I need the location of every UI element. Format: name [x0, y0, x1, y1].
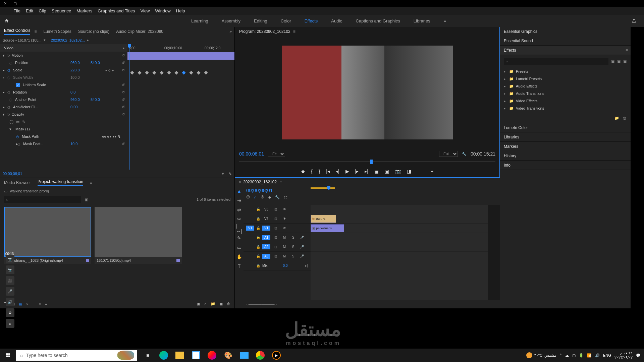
stopwatch-icon[interactable]: ◷ [9, 61, 12, 65]
track-name[interactable]: V3 [262, 207, 270, 212]
mute-toggle[interactable]: M [281, 245, 288, 249]
reset-icon[interactable]: ↺ [122, 98, 125, 102]
sync-lock-icon[interactable]: ⊡ [272, 236, 279, 239]
solo-toggle[interactable]: S [290, 245, 297, 249]
program-title[interactable]: Program: 20230902_162102 [239, 29, 290, 34]
panel-menu-icon[interactable]: ≡ [90, 180, 92, 185]
effects-folder-audio-transitions[interactable]: ▸📁Audio Transitions [504, 90, 627, 97]
reset-icon[interactable]: ↺ [122, 61, 125, 65]
mark-out-button[interactable]: } [319, 169, 320, 174]
clip-pedestrians[interactable]: ▣ pedestrians [311, 224, 344, 232]
lock-icon[interactable]: 🔒 [256, 236, 260, 239]
eye-icon[interactable]: 👁 [281, 207, 288, 211]
auto-match-icon[interactable]: ▣ [197, 302, 200, 306]
tab-lumetri-scopes[interactable]: Lumetri Scopes [44, 29, 71, 34]
home-button[interactable] [0, 18, 13, 23]
sort-icon[interactable]: ≡ [45, 302, 47, 306]
export-button[interactable] [624, 18, 644, 23]
track-header-v3[interactable]: 🔒 V3 ⊡ 👁 [244, 205, 311, 214]
stopwatch-icon[interactable]: ◷ [9, 98, 12, 102]
reset-icon[interactable]: ↺ [122, 53, 125, 58]
panel-lumetri-color[interactable]: Lumetri Color [500, 123, 631, 132]
video-section[interactable]: Video ▴ [0, 44, 127, 52]
mail-app[interactable] [237, 349, 252, 362]
mic-icon[interactable]: 🎤 [6, 287, 14, 296]
panel-info[interactable]: Info [500, 161, 631, 170]
voice-over-icon[interactable]: 🎤 [299, 254, 305, 258]
add-marker-button[interactable]: ◆ [301, 169, 305, 174]
taskbar-search[interactable]: ⌕ Type here to search [16, 350, 137, 361]
menu-graphics[interactable]: Graphics and Titles [98, 8, 135, 13]
menu-sequence[interactable]: Sequence [52, 8, 71, 13]
ellipse-mask-icon[interactable]: ◯ [9, 120, 13, 124]
firefox-app[interactable] [205, 349, 219, 362]
workspace-assembly[interactable]: Assembly [222, 18, 240, 23]
workspace-libraries[interactable]: Libraries [414, 18, 430, 23]
label-color[interactable] [176, 259, 180, 262]
new-item-icon[interactable]: ▣ [219, 302, 223, 306]
search-icon[interactable]: ⌕ [6, 319, 14, 328]
label-color[interactable] [86, 259, 89, 262]
workspace-overflow[interactable]: » [444, 18, 446, 23]
file-explorer-app[interactable] [172, 349, 187, 362]
panel-history[interactable]: History [500, 151, 631, 161]
minimize-window-button[interactable]: — [20, 0, 30, 7]
meet-now-icon[interactable]: ▢ [572, 353, 576, 358]
new-bin-icon[interactable]: 📁 [211, 302, 215, 306]
volume-icon[interactable]: 🔊 [595, 353, 600, 358]
track-name[interactable]: V1 [262, 226, 270, 231]
work-area-bar[interactable] [311, 187, 335, 189]
project-search-input[interactable] [4, 196, 81, 203]
filter-icon[interactable]: ▼ [221, 172, 225, 176]
rect-mask-icon[interactable]: ▭ [16, 120, 19, 124]
tab-audio-mixer[interactable]: Audio Clip Mixer: 2023090 [116, 29, 163, 34]
solo-toggle[interactable]: S [290, 254, 297, 258]
lock-icon[interactable]: 🔒 [256, 207, 260, 211]
scale-value[interactable]: 228.8 [70, 68, 80, 72]
gear-icon[interactable]: ⚙ [6, 308, 14, 317]
selection-tool[interactable]: ▲ [236, 188, 242, 194]
position-property[interactable]: ◷ Position 960.0 540.0 ↺ [0, 59, 127, 66]
timeline-ruler[interactable] [311, 186, 500, 194]
effects-search-input[interactable] [504, 58, 608, 65]
antiflicker-property[interactable]: ▸◷ Anti-flicker Fil... 0.00 ↺ [0, 103, 127, 111]
panel-menu-icon[interactable]: ≡ [34, 29, 37, 34]
clip-161071[interactable]: fx 161071 [311, 215, 336, 223]
anchor-y[interactable]: 540.0 [91, 98, 100, 102]
motion-effect[interactable]: ▾fx Motion ↺ [0, 52, 127, 59]
rotation-property[interactable]: ▸◷ Rotation 0.0 ↺ [0, 88, 127, 96]
effects-folder-video-effects[interactable]: ▸📁Video Effects [504, 97, 627, 105]
track-name[interactable]: A3 [262, 254, 270, 259]
lock-icon[interactable]: 🔒 [256, 217, 260, 221]
menu-edit[interactable]: Edit [26, 8, 33, 13]
track-header-mix[interactable]: 🔒 Mix 0.0 ▸| [244, 261, 311, 270]
button-editor[interactable]: + [431, 169, 433, 174]
stopwatch-icon[interactable]: ◷ [7, 105, 10, 109]
pin-icon[interactable]: ↯ [229, 172, 232, 176]
mask-feather-property[interactable]: ▸◷ Mask Feat... 10.0 ↺ [0, 140, 127, 147]
fx-badge-icon[interactable]: ▣ [617, 59, 621, 64]
mask-path-property[interactable]: ◷ Mask Path ◂◂ ◂ ▸ ▸▸ ↯ [0, 133, 127, 140]
chrome-app[interactable] [253, 349, 268, 362]
mask-feather-value[interactable]: 10.0 [70, 142, 77, 146]
pen-mask-icon[interactable]: ✎ [22, 120, 25, 124]
mute-toggle[interactable]: M [281, 236, 288, 239]
nest-toggle[interactable]: ⦿ [246, 195, 250, 199]
sync-lock-icon[interactable]: ⊡ [272, 207, 279, 211]
antiflicker-value[interactable]: 0.00 [70, 105, 77, 109]
program-viewer[interactable] [235, 36, 499, 149]
panel-essential-sound[interactable]: Essential Sound [500, 36, 631, 46]
keyframe-nav[interactable]: ◂ ◇ ▸ [105, 68, 114, 72]
trash-icon[interactable]: 🗑 [227, 302, 230, 306]
settings-icon[interactable]: 🔧 [462, 152, 467, 156]
close-window-button[interactable]: ✕ [0, 0, 10, 7]
speaker-icon[interactable]: 🔊 [6, 298, 14, 306]
panel-menu-icon[interactable]: ≡ [626, 48, 628, 53]
reset-icon[interactable]: ↺ [122, 142, 125, 146]
find-icon[interactable]: ⌕ [204, 302, 207, 306]
track-name[interactable]: A1 [262, 235, 270, 240]
sync-lock-icon[interactable]: ⊡ [272, 254, 279, 258]
panel-menu-icon[interactable]: ≡ [293, 29, 296, 34]
step-forward-button[interactable]: |▸ [355, 169, 359, 174]
panel-menu-icon[interactable]: ≡ [279, 180, 282, 184]
